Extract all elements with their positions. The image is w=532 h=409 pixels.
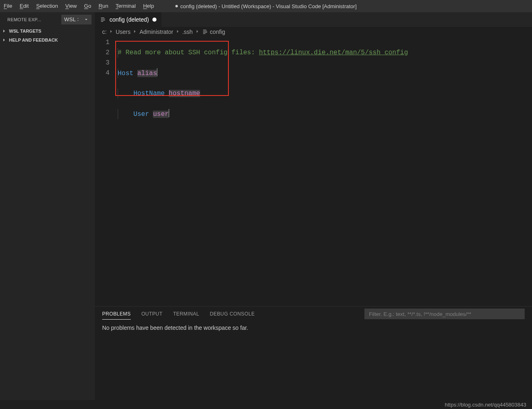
panel-tab-terminal[interactable]: TERMINAL (173, 311, 199, 317)
remote-kind-value: WSL ˸ (64, 16, 78, 23)
problems-filter-input[interactable]: Filter. E.g.: text, **/*.ts, !**/node_mo… (364, 309, 525, 319)
chevron-right-icon (108, 29, 114, 36)
main-area: REMOTE EXP... WSL ˸ WSL TARGETS HELP AND… (0, 12, 532, 400)
menu-file-label: File (4, 3, 12, 9)
file-icon (202, 29, 208, 35)
section-wsl-targets[interactable]: WSL TARGETS (0, 27, 95, 36)
window-title: config (deleted) - Untitled (Workspace) … (175, 3, 357, 9)
chevron-right-icon (132, 29, 138, 36)
sidebar: REMOTE EXP... WSL ˸ WSL TARGETS HELP AND… (0, 12, 95, 400)
crumb-1[interactable]: Users (116, 29, 131, 35)
line-number: 3 (95, 58, 110, 68)
editor-column: config (deleted) c: Users Administrator … (95, 12, 532, 400)
watermark-text: https://blog.csdn.net/qq445803843 (445, 402, 527, 408)
panel-tab-debug-console[interactable]: DEBUG CONSOLE (210, 311, 255, 317)
sidebar-header: REMOTE EXP... WSL ˸ (0, 12, 95, 27)
bottom-panel: PROBLEMS OUTPUT TERMINAL DEBUG CONSOLE F… (95, 306, 532, 400)
crumb-2[interactable]: Administrator (139, 29, 173, 35)
menu-selection[interactable]: Selection (32, 0, 61, 12)
menubar: File Edit Selection View Go Run Terminal… (0, 0, 532, 12)
breadcrumb: c: Users Administrator .ssh config (95, 27, 532, 37)
chevron-right-icon (194, 29, 200, 36)
code-area[interactable]: # Read more about SSH config files: http… (118, 37, 408, 306)
text-cursor-icon (169, 109, 169, 117)
menu-view[interactable]: View (62, 0, 80, 12)
menu-file[interactable]: File (0, 0, 16, 12)
menu-help-label: Help (143, 3, 154, 9)
editor-tabs: config (deleted) (95, 12, 532, 27)
sidebar-title: REMOTE EXP... (7, 17, 58, 22)
crumb-3[interactable]: .ssh (182, 29, 193, 35)
code-line-2[interactable]: Host alias (118, 68, 408, 78)
line-number: 2 (95, 48, 110, 58)
editor[interactable]: 1 2 3 4 # Read more about SSH config fil… (95, 37, 532, 306)
problems-message: No problems have been detected in the wo… (95, 321, 532, 334)
text-cursor-icon (157, 68, 157, 76)
section-help-feedback[interactable]: HELP AND FEEDBACK (0, 36, 95, 44)
menu-run-label: Run (98, 3, 108, 9)
menu-help[interactable]: Help (139, 0, 158, 12)
tab-config-label: config (deleted) (110, 16, 149, 23)
crumb-4[interactable]: config (210, 29, 225, 35)
window-title-text: config (deleted) - Untitled (Workspace) … (180, 3, 357, 9)
menu-go[interactable]: Go (80, 0, 95, 12)
line-number-gutter: 1 2 3 4 (95, 37, 118, 306)
problems-filter-placeholder: Filter. E.g.: text, **/*.ts, !**/node_mo… (369, 311, 471, 317)
menu-edit[interactable]: Edit (16, 0, 32, 12)
dirty-indicator-icon (175, 5, 178, 7)
code-line-4[interactable]: User user (118, 109, 408, 119)
ssh-config-link[interactable]: https://linux.die.net/man/5/ssh_config (259, 49, 408, 56)
menu-edit-label: Edit (20, 3, 29, 9)
crumb-0[interactable]: c: (102, 29, 107, 35)
panel-tab-problems[interactable]: PROBLEMS (102, 311, 131, 320)
remote-kind-dropdown[interactable]: WSL ˸ (61, 15, 92, 24)
file-icon (100, 16, 106, 23)
code-line-3[interactable]: HostName hostname (118, 89, 408, 99)
section-help-feedback-label: HELP AND FEEDBACK (9, 38, 58, 42)
panel-tabs: PROBLEMS OUTPUT TERMINAL DEBUG CONSOLE F… (95, 307, 532, 321)
tab-config[interactable]: config (deleted) (95, 12, 162, 27)
chevron-down-icon (84, 17, 89, 22)
menu-go-label: Go (84, 3, 91, 9)
panel-tab-output[interactable]: OUTPUT (141, 311, 163, 317)
chevron-right-icon (175, 29, 181, 36)
chevron-right-icon (1, 28, 7, 34)
menu-terminal[interactable]: Terminal (112, 0, 139, 12)
line-number: 1 (95, 38, 110, 48)
menu-view-label: View (65, 3, 77, 9)
menu-selection-label: Selection (36, 3, 58, 9)
statusbar: https://blog.csdn.net/qq445803843 (0, 400, 532, 409)
chevron-right-icon (1, 37, 7, 43)
tab-dirty-icon[interactable] (152, 18, 156, 22)
section-wsl-targets-label: WSL TARGETS (9, 29, 41, 33)
menu-terminal-label: Terminal (116, 3, 136, 9)
menu-run[interactable]: Run (95, 0, 112, 12)
code-line-1[interactable]: # Read more about SSH config files: http… (118, 48, 408, 58)
line-number: 4 (95, 68, 110, 78)
